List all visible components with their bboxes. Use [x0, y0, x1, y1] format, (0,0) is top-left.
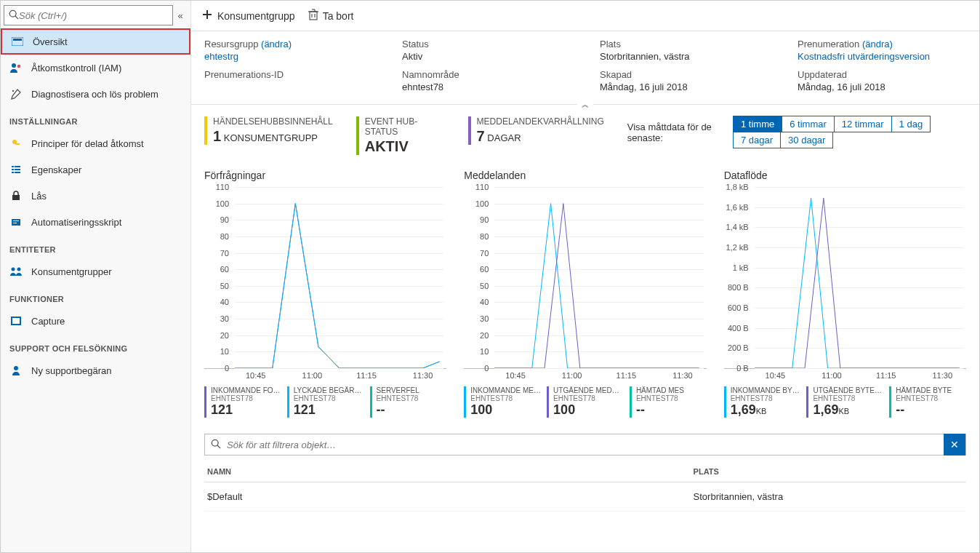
svg-rect-10	[15, 166, 20, 167]
chart-legend: INKOMMANDE BYTE (…EHNTEST781,69KBUTGÅEND…	[724, 386, 966, 418]
consumer-groups-icon	[9, 265, 23, 278]
svg-rect-22	[12, 318, 20, 324]
overview-icon	[11, 35, 24, 48]
legend-item: INKOMMANDE BYTE (…EHNTEST781,69KB	[724, 386, 801, 418]
sidebar-item-shared-access[interactable]: Principer för delad åtkomst	[1, 130, 190, 156]
time-filter-7-dagar[interactable]: 7 dagar	[733, 132, 781, 148]
iam-icon	[9, 61, 23, 74]
chart-Meddelanden[interactable]: Meddelanden010203040506070809010011010:4…	[464, 170, 706, 418]
diagnose-icon	[9, 87, 23, 100]
sidebar-search-input[interactable]	[19, 10, 168, 21]
sidebar: « Översikt Åtkomstkontroll (IAM) Diagnos…	[1, 1, 191, 552]
created-label: Skapad	[600, 69, 768, 80]
retention-card: MEDDELANDEKVARHÅLLNING 7 DAGAR	[468, 116, 604, 145]
sidebar-item-label: Lås	[31, 191, 47, 202]
sidebar-item-label: Principer för delad åtkomst	[31, 138, 144, 149]
chart-title: Förfrågningar	[204, 170, 446, 181]
card-label: EVENT HUB-STATUS	[365, 116, 445, 137]
sidebar-item-consumer-groups[interactable]: Konsumentgrupper	[1, 258, 190, 285]
svg-rect-3	[13, 39, 22, 41]
hub-status-card: EVENT HUB-STATUS AKTIV	[356, 116, 445, 155]
ns-label: Namnområde	[402, 69, 571, 80]
chart-title: Meddelanden	[464, 170, 706, 181]
svg-line-1	[15, 15, 18, 18]
svg-rect-13	[12, 172, 14, 173]
plot: 010203040506070809010011010:4511:0011:15…	[464, 187, 706, 369]
svg-rect-15	[12, 195, 20, 200]
capture-icon	[9, 314, 23, 327]
sidebar-item-label: Åtkomstkontroll (IAM)	[31, 63, 121, 73]
sidebar-item-lock[interactable]: Lås	[1, 183, 190, 209]
chart-Förfrågningar[interactable]: Förfrågningar010203040506070809010011010…	[204, 170, 446, 418]
svg-point-4	[12, 63, 16, 68]
time-filter-6-timmar[interactable]: 6 timmar	[782, 116, 835, 132]
sub-label: Prenumeration	[798, 39, 859, 49]
sidebar-collapse[interactable]: «	[173, 10, 188, 21]
rg-change[interactable]: (ändra)	[261, 39, 292, 49]
sidebar-item-label: Capture	[31, 316, 65, 327]
sidebar-item-label: Konsumentgrupper	[31, 266, 112, 277]
sidebar-item-label: Ny supportbegäran	[31, 365, 112, 376]
time-filter-1-timme[interactable]: 1 timme	[733, 116, 782, 132]
consumer-group-table: NAMN PLATS $DefaultStorbritannien, västr…	[204, 461, 966, 512]
sidebar-item-overview[interactable]: Översikt	[1, 28, 190, 55]
time-filter-12-timmar[interactable]: 12 timmar	[834, 116, 892, 132]
loc-value: Storbritannien, västra	[600, 51, 768, 62]
created-value: Måndag, 16 juli 2018	[600, 81, 768, 92]
time-filter-30-dagar[interactable]: 30 dagar	[780, 132, 833, 148]
filter-objects[interactable]: ✕	[204, 434, 966, 455]
card-label: MEDDELANDEKVARHÅLLNING	[477, 116, 604, 127]
updated-label: Uppdaterad	[798, 69, 966, 80]
sidebar-item-properties[interactable]: Egenskaper	[1, 156, 190, 183]
legend-item: INKOMMANDE MED…EHNTEST78100	[464, 386, 541, 418]
sub-value[interactable]: Kostnadsfri utvärderingsversion	[798, 51, 966, 62]
card-value: 1	[213, 128, 221, 144]
svg-rect-2	[12, 37, 23, 46]
plot: 010203040506070809010011010:4511:0011:15…	[204, 187, 446, 369]
sidebar-item-capture[interactable]: Capture	[1, 308, 190, 334]
sidebar-item-automation[interactable]: Automatiseringsskript	[1, 209, 190, 235]
sub-change[interactable]: (ändra)	[862, 39, 893, 49]
svg-rect-17	[13, 220, 19, 221]
card-unit: DAGAR	[487, 132, 521, 143]
section-support: SUPPORT OCH FELSÖKNING	[1, 334, 190, 357]
sidebar-item-label: Automatiseringsskript	[31, 217, 121, 228]
delete-button[interactable]: Ta bort	[308, 9, 354, 23]
section-entities: ENTITETER	[1, 235, 190, 258]
svg-rect-14	[15, 172, 20, 173]
trash-icon	[308, 9, 318, 23]
time-filter-1-dag[interactable]: 1 dag	[891, 116, 931, 132]
button-label: Konsumentgrupp	[217, 10, 295, 22]
chart-title: Dataflöde	[724, 170, 966, 181]
legend-item: UTGÅENDE BYTE (…EHNTEST781,69KB	[806, 386, 883, 418]
search-icon	[205, 439, 227, 451]
chart-Dataflöde[interactable]: Dataflöde0 B200 B400 B600 B800 B1 kB1,2 …	[724, 170, 966, 418]
card-unit: KONSUMENTGRUPP	[224, 132, 318, 143]
summary-strip: HÄNDELSEHUBBSINNEHÅLL 1 KONSUMENTGRUPP E…	[191, 105, 979, 167]
table-row[interactable]: $DefaultStorbritannien, västra	[204, 482, 966, 512]
rg-value[interactable]: ehtestrg	[204, 51, 373, 62]
automation-icon	[9, 215, 23, 228]
svg-point-5	[17, 65, 20, 68]
col-loc-header[interactable]: PLATS	[694, 467, 963, 476]
sidebar-item-new-request[interactable]: Ny supportbegäran	[1, 357, 190, 383]
time-filter-buttons: 1 timme6 timmar12 timmar1 dag7 dagar30 d…	[734, 116, 966, 148]
status-label: Status	[402, 39, 571, 49]
sidebar-item-iam[interactable]: Åtkomstkontroll (IAM)	[1, 55, 190, 81]
svg-rect-9	[12, 166, 14, 167]
svg-rect-8	[15, 143, 20, 145]
svg-rect-24	[310, 12, 317, 20]
toolbar: Konsumentgrupp Ta bort	[191, 1, 979, 31]
filter-input[interactable]	[227, 439, 944, 450]
sidebar-item-label: Egenskaper	[31, 164, 81, 175]
sidebar-item-label: Översikt	[33, 36, 68, 47]
legend-item: UTGÅENDE MEDD…EHNTEST78100	[547, 386, 624, 418]
clear-filter-button[interactable]: ✕	[944, 434, 965, 455]
legend-item: LYCKADE BEGÄRANDENEHNTEST78121	[287, 386, 364, 418]
ns-value: ehntest78	[402, 81, 571, 92]
sidebar-item-diagnose[interactable]: Diagnostisera och lös problem	[1, 81, 190, 107]
sidebar-search[interactable]	[4, 5, 173, 25]
col-name-header[interactable]: NAMN	[207, 467, 694, 476]
collapse-props-icon[interactable]: ︽	[577, 100, 593, 110]
add-consumer-group-button[interactable]: Konsumentgrupp	[201, 9, 295, 23]
